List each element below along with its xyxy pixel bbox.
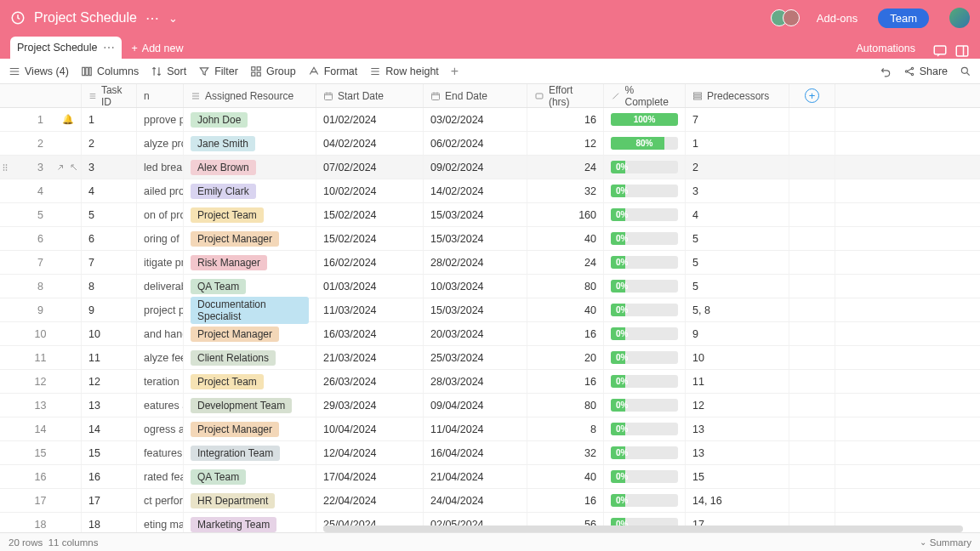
effort-cell[interactable]: 40 xyxy=(527,465,604,488)
task-name-cell[interactable]: rated featu xyxy=(137,465,184,488)
task-id-cell[interactable]: 8 xyxy=(82,275,137,298)
predecessors-cell[interactable]: 4 xyxy=(686,203,789,226)
automations-link[interactable]: Automations xyxy=(857,43,915,59)
effort-cell[interactable]: 32 xyxy=(527,179,604,202)
effort-cell[interactable]: 16 xyxy=(527,489,604,512)
task-name-cell[interactable]: and hand xyxy=(137,322,184,345)
filter-button[interactable]: Filter xyxy=(198,65,238,77)
row-number-cell[interactable]: 16 xyxy=(0,465,82,488)
start-date-cell[interactable]: 16/03/2024 xyxy=(316,322,424,345)
percent-complete-cell[interactable]: 0% xyxy=(604,227,686,250)
row-height-button[interactable]: Row height xyxy=(369,65,439,77)
task-name-cell[interactable]: eatures as xyxy=(137,394,184,417)
row-number-cell[interactable]: 13 xyxy=(0,394,82,417)
task-name-cell[interactable]: teration ba xyxy=(137,370,184,393)
table-row[interactable]: 44ailed projeEmily Clark10/02/202414/02/… xyxy=(0,179,980,203)
task-id-cell[interactable]: 7 xyxy=(82,251,137,274)
format-button[interactable]: Format xyxy=(308,65,358,77)
col-assigned-resource[interactable]: Assigned Resource xyxy=(184,84,316,107)
predecessors-cell[interactable]: 3 xyxy=(686,179,789,202)
row-number-cell[interactable]: 12 xyxy=(0,370,82,393)
header-more-icon[interactable]: ⋯ xyxy=(145,10,160,26)
addons-link[interactable]: Add-ons xyxy=(817,12,858,25)
percent-complete-cell[interactable]: 0% xyxy=(604,465,686,488)
start-date-cell[interactable]: 21/03/2024 xyxy=(316,346,424,369)
table-row[interactable]: 1313eatures asDevelopment Team29/03/2024… xyxy=(0,394,980,418)
assigned-resource-cell[interactable]: Project Team xyxy=(184,203,316,226)
end-date-cell[interactable]: 15/03/2024 xyxy=(424,298,527,321)
col-task-name-truncated[interactable]: n xyxy=(137,84,184,107)
undo-icon[interactable] xyxy=(880,65,892,77)
row-number-cell[interactable]: 7 xyxy=(0,251,82,274)
predecessors-cell[interactable]: 15 xyxy=(686,465,789,488)
task-id-cell[interactable]: 9 xyxy=(82,298,137,321)
percent-complete-cell[interactable]: 0% xyxy=(604,203,686,226)
row-number-cell[interactable]: 4 xyxy=(0,179,82,202)
assigned-resource-cell[interactable]: Jane Smith xyxy=(184,132,316,155)
col-predecessors[interactable]: Predecessors xyxy=(686,84,789,107)
effort-cell[interactable]: 16 xyxy=(527,108,604,131)
task-name-cell[interactable]: ogress and xyxy=(137,418,184,440)
predecessors-cell[interactable]: 11 xyxy=(686,370,789,393)
row-number-cell[interactable]: 5 xyxy=(0,203,82,226)
row-number-cell[interactable]: 6 xyxy=(0,227,82,250)
end-date-cell[interactable]: 03/02/2024 xyxy=(424,108,527,131)
task-id-cell[interactable]: 12 xyxy=(82,370,137,393)
end-date-cell[interactable]: 20/03/2024 xyxy=(424,322,527,345)
row-number-cell[interactable]: 17 xyxy=(0,489,82,512)
task-id-cell[interactable]: 2 xyxy=(82,132,137,155)
percent-complete-cell[interactable]: 0% xyxy=(604,370,686,393)
assigned-resource-cell[interactable]: Project Manager xyxy=(184,322,316,345)
task-id-cell[interactable]: 4 xyxy=(82,179,137,202)
views-button[interactable]: Views (4) xyxy=(9,65,69,77)
row-number-cell[interactable]: 8 xyxy=(0,275,82,298)
predecessors-cell[interactable]: 7 xyxy=(686,108,789,131)
table-row[interactable]: 1616rated featuQA Team17/04/202421/04/20… xyxy=(0,465,980,489)
effort-cell[interactable]: 32 xyxy=(527,441,604,464)
assigned-resource-cell[interactable]: Project Manager xyxy=(184,227,316,250)
row-number-cell[interactable]: 2 xyxy=(0,132,82,155)
end-date-cell[interactable]: 10/03/2024 xyxy=(424,275,527,298)
assigned-resource-cell[interactable]: Project Manager xyxy=(184,418,316,440)
task-name-cell[interactable]: deliverabl xyxy=(137,275,184,298)
table-row[interactable]: 33led breakdAlex Brown07/02/202409/02/20… xyxy=(0,156,980,179)
end-date-cell[interactable]: 06/02/2024 xyxy=(424,132,527,155)
predecessors-cell[interactable]: 5 xyxy=(686,227,789,250)
rows-container[interactable]: 1🔔1pprove proJohn Doe01/02/202403/02/202… xyxy=(0,108,980,532)
columns-button[interactable]: Columns xyxy=(81,65,139,77)
effort-cell[interactable]: 80 xyxy=(527,394,604,417)
row-number-cell[interactable]: 15 xyxy=(0,441,82,464)
task-name-cell[interactable]: project pro xyxy=(137,298,184,321)
start-date-cell[interactable]: 10/04/2024 xyxy=(316,418,424,440)
percent-complete-cell[interactable]: 0% xyxy=(604,322,686,345)
row-number-cell[interactable]: 14 xyxy=(0,418,82,440)
add-column-button[interactable]: + xyxy=(789,84,835,107)
assigned-resource-cell[interactable]: Documentation Specialist xyxy=(184,298,316,321)
effort-cell[interactable]: 12 xyxy=(527,132,604,155)
col-percent-complete[interactable]: % Complete xyxy=(604,84,686,107)
effort-cell[interactable]: 24 xyxy=(527,156,604,179)
percent-complete-cell[interactable]: 100% xyxy=(604,108,686,131)
start-date-cell[interactable]: 07/02/2024 xyxy=(316,156,424,179)
task-name-cell[interactable]: oring of pr xyxy=(137,227,184,250)
predecessors-cell[interactable]: 5 xyxy=(686,251,789,274)
task-id-cell[interactable]: 1 xyxy=(82,108,137,131)
start-date-cell[interactable]: 22/04/2024 xyxy=(316,489,424,512)
task-id-cell[interactable]: 16 xyxy=(82,465,137,488)
task-name-cell[interactable]: led breakd xyxy=(137,156,184,179)
predecessors-cell[interactable]: 9 xyxy=(686,322,789,345)
task-name-cell[interactable]: on of proje xyxy=(137,203,184,226)
task-id-cell[interactable]: 18 xyxy=(82,513,137,532)
row-number-cell[interactable]: 9 xyxy=(0,298,82,321)
table-row[interactable]: 1🔔1pprove proJohn Doe01/02/202403/02/202… xyxy=(0,108,980,132)
percent-complete-cell[interactable]: 0% xyxy=(604,179,686,202)
comments-icon[interactable] xyxy=(932,43,948,59)
row-number-cell[interactable]: 1🔔 xyxy=(0,108,82,131)
percent-complete-cell[interactable]: 0% xyxy=(604,298,686,321)
table-row[interactable]: 77itigate proRisk Manager16/02/202428/02… xyxy=(0,251,980,275)
row-number-cell[interactable]: 18 xyxy=(0,513,82,532)
percent-complete-cell[interactable]: 0% xyxy=(604,394,686,417)
task-id-cell[interactable]: 10 xyxy=(82,322,137,345)
effort-cell[interactable]: 16 xyxy=(527,370,604,393)
table-row[interactable]: 99project proDocumentation Specialist11/… xyxy=(0,298,980,322)
